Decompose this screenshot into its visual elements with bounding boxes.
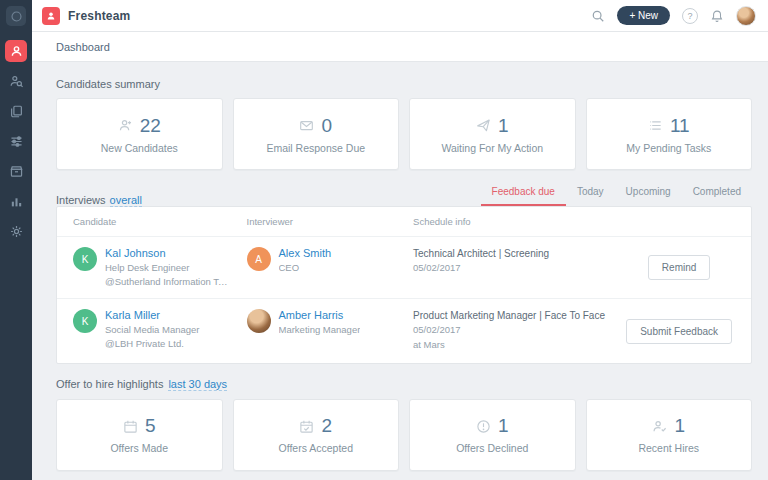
offers-accepted-label: Offers Accepted (278, 442, 353, 454)
candidate-cell: K Karla Miller Social Media Manager @LBH… (57, 309, 231, 350)
recent-hires-label: Recent Hires (638, 442, 699, 454)
schedule-date: 05/02/2017 (413, 323, 605, 338)
waiting-for-action-label: Waiting For My Action (441, 142, 543, 154)
pending-tasks-card[interactable]: 11 My Pending Tasks (586, 98, 753, 170)
column-interviewer: Interviewer (231, 207, 398, 236)
calendar-check-icon (299, 419, 314, 434)
column-actions (605, 207, 751, 236)
email-response-due-label: Email Response Due (266, 142, 365, 154)
schedule-title: Technical Architect | Screening (413, 247, 605, 261)
pending-tasks-value: 11 (670, 115, 690, 137)
sidebar-nav (5, 40, 27, 242)
new-button[interactable]: + New (617, 6, 670, 25)
interviews-title: Interviewsoverall (56, 194, 142, 206)
schedule-title: Product Marketing Manager | Face To Face (413, 309, 605, 323)
candidate-company: @Sutherland Information Technolo... (105, 275, 231, 289)
offers-made-card[interactable]: 5 Offers Made (56, 399, 223, 471)
interviews-tabs: Feedback due Today Upcoming Completed (481, 182, 752, 206)
candidate-name-link[interactable]: Karla Miller (105, 309, 200, 323)
remind-button[interactable]: Remind (648, 255, 710, 280)
interviewer-avatar: A (247, 247, 271, 271)
sidebar-item-candidates[interactable] (5, 70, 27, 92)
action-cell: Submit Feedback (605, 319, 751, 344)
tab-completed[interactable]: Completed (682, 182, 752, 206)
waiting-for-action-value: 1 (498, 115, 509, 137)
interviewer-cell: A Alex Smith CEO (231, 247, 398, 275)
offers-accepted-card[interactable]: 2 Offers Accepted (233, 399, 400, 471)
offers-range-filter[interactable]: last 30 days (168, 378, 227, 391)
email-icon (299, 118, 314, 133)
sidebar-item-settings[interactable] (5, 220, 27, 242)
sidebar-item-dashboard[interactable] (5, 40, 27, 62)
schedule-date: 05/02/2017 (413, 261, 605, 276)
new-candidates-label: New Candidates (101, 142, 178, 154)
new-candidates-card[interactable]: 22 New Candidates (56, 98, 223, 170)
user-avatar[interactable] (736, 6, 756, 26)
new-candidates-value: 22 (140, 115, 161, 137)
interviews-title-text: Interviews (56, 194, 106, 206)
offers-declined-value: 1 (498, 415, 509, 437)
interviewer-avatar (247, 309, 271, 333)
tab-today[interactable]: Today (566, 182, 615, 206)
help-icon[interactable]: ? (682, 8, 698, 24)
recent-hires-card[interactable]: 1 Recent Hires (586, 399, 753, 471)
schedule-cell: Product Marketing Manager | Face To Face… (397, 309, 605, 352)
table-row: K Kal Johnson Help Desk Engineer @Suther… (57, 237, 751, 299)
alert-icon (476, 419, 491, 434)
interviewer-name-link[interactable]: Amber Harris (279, 309, 361, 323)
interviewer-cell: Amber Harris Marketing Manager (231, 309, 398, 337)
table-header: Candidate Interviewer Schedule info (57, 207, 751, 237)
interviews-scope-filter[interactable]: overall (110, 194, 142, 207)
column-schedule-info: Schedule info (397, 207, 605, 236)
search-icon[interactable] (591, 9, 605, 23)
submit-feedback-button[interactable]: Submit Feedback (626, 319, 732, 344)
candidate-cell: K Kal Johnson Help Desk Engineer @Suther… (57, 247, 231, 288)
freshteam-logo-icon[interactable] (42, 7, 60, 25)
bell-icon[interactable] (710, 9, 724, 23)
action-cell: Remind (605, 255, 751, 280)
offers-header: Offer to hire highlights last 30 days (56, 378, 752, 391)
table-row: K Karla Miller Social Media Manager @LBH… (57, 299, 751, 362)
tab-feedback-due[interactable]: Feedback due (481, 182, 566, 206)
sidebar-item-interviews[interactable] (5, 130, 27, 152)
interviewer-role: CEO (279, 261, 332, 275)
offers-declined-card[interactable]: 1 Offers Declined (409, 399, 576, 471)
column-candidate: Candidate (57, 207, 231, 236)
interviews-table: Candidate Interviewer Schedule info K Ka… (56, 206, 752, 364)
dashboard-content: Candidates summary 22 New Candidates (32, 62, 768, 480)
offers-title: Offer to hire highlights (56, 378, 163, 390)
calendar-icon (123, 419, 138, 434)
freshworks-logo-icon[interactable] (6, 6, 26, 26)
interviewer-name-link[interactable]: Alex Smith (279, 247, 332, 261)
pending-tasks-label: My Pending Tasks (626, 142, 711, 154)
topbar-actions: + New ? (591, 6, 756, 26)
tab-upcoming[interactable]: Upcoming (615, 182, 682, 206)
interviews-header: Interviewsoverall Feedback due Today Upc… (56, 182, 752, 206)
candidate-avatar: K (73, 309, 97, 333)
offer-highlight-cards: 5 Offers Made 2 Offers Accepted (56, 399, 752, 471)
candidates-summary-cards: 22 New Candidates 0 Email Response Due (56, 98, 752, 170)
candidate-company: @LBH Private Ltd. (105, 337, 200, 351)
page-title: Dashboard (56, 41, 110, 53)
candidate-role: Social Media Manager (105, 323, 200, 337)
app-title: Freshteam (68, 9, 131, 23)
schedule-cell: Technical Architect | Screening 05/02/20… (397, 247, 605, 276)
person-icon (118, 118, 133, 133)
sidebar-item-talent-pool[interactable] (5, 160, 27, 182)
tasks-icon (648, 118, 663, 133)
waiting-for-action-card[interactable]: 1 Waiting For My Action (409, 98, 576, 170)
subheader: Dashboard (32, 32, 768, 62)
candidates-summary-title: Candidates summary (56, 78, 752, 90)
candidate-avatar: K (73, 247, 97, 271)
recent-hires-value: 1 (674, 415, 685, 437)
topbar: Freshteam + New ? (32, 0, 768, 32)
sidebar (0, 0, 32, 480)
paper-plane-icon (476, 118, 491, 133)
brand: Freshteam (42, 7, 131, 25)
interviewer-role: Marketing Manager (279, 323, 361, 337)
person-check-icon (652, 419, 667, 434)
sidebar-item-job-postings[interactable] (5, 100, 27, 122)
candidate-name-link[interactable]: Kal Johnson (105, 247, 231, 261)
email-response-due-card[interactable]: 0 Email Response Due (233, 98, 400, 170)
sidebar-item-reports[interactable] (5, 190, 27, 212)
